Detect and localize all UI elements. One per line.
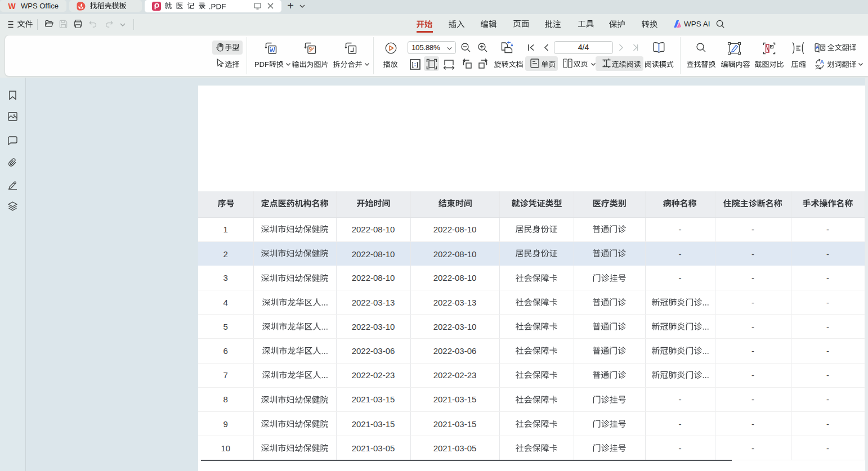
svg-text:W: W bbox=[8, 2, 16, 11]
svg-text:A: A bbox=[820, 59, 824, 65]
svg-text:A: A bbox=[816, 44, 819, 50]
